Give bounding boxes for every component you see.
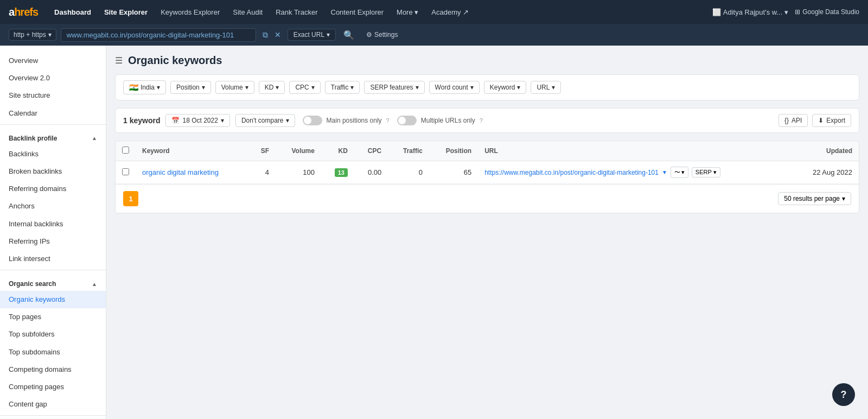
nav-content-explorer[interactable]: Content Explorer	[326, 6, 390, 18]
menu-toggle-icon[interactable]: ☰	[115, 55, 123, 66]
nav-dashboard[interactable]: Dashboard	[49, 6, 97, 18]
row-checkbox[interactable]	[122, 168, 129, 175]
row-checkbox-cell	[116, 161, 136, 184]
filter-india-chevron-icon: ▾	[157, 84, 160, 91]
row-position-cell: 65	[429, 161, 478, 184]
multiple-urls-toggle[interactable]	[397, 116, 417, 125]
sidebar-item-site-structure[interactable]: Site structure	[0, 87, 106, 104]
nav-rank-tracker[interactable]: Rank Tracker	[270, 6, 323, 18]
sidebar-item-internal-backlinks[interactable]: Internal backlinks	[0, 215, 106, 233]
sidebar-item-competing-pages[interactable]: Competing pages	[0, 378, 106, 396]
col-position: Position	[429, 141, 478, 161]
date-chevron-icon: ▾	[221, 117, 224, 124]
url-search-button[interactable]: 🔍	[340, 29, 358, 41]
sidebar-item-overview[interactable]: Overview	[0, 52, 106, 69]
url-type-label: Exact URL	[293, 31, 324, 39]
sidebar-item-organic-keywords[interactable]: Organic keywords	[0, 291, 106, 308]
filter-cpc[interactable]: CPC ▾	[289, 81, 320, 94]
nav-more[interactable]: More ▾	[391, 6, 424, 18]
sidebar-item-calendar[interactable]: Calendar	[0, 105, 106, 122]
kd-badge: 13	[335, 168, 348, 177]
sidebar-item-top-subdomains[interactable]: Top subdomains	[0, 344, 106, 361]
table-header-row: Keyword SF Volume KD CPC Traffic Positio…	[116, 141, 859, 161]
gds-link[interactable]: ⊞ Google Data Studio	[795, 8, 859, 16]
col-updated: Updated	[792, 141, 859, 161]
filter-volume-chevron-icon: ▾	[245, 84, 248, 91]
sidebar-item-content-gap[interactable]: Content gap	[0, 396, 106, 413]
api-label: API	[792, 117, 802, 124]
filter-volume[interactable]: Volume ▾	[215, 81, 254, 94]
per-page-label: 50 results per page	[784, 195, 840, 202]
backlink-profile-section[interactable]: Backlink profile ▲	[0, 127, 106, 145]
nav-site-explorer[interactable]: Site Explorer	[99, 6, 153, 18]
filter-bar: 🇮🇳 India ▾ Position ▾ Volume ▾ KD ▾ CPC …	[115, 74, 859, 100]
url-text: www.megabit.co.in/post/organic-digital-m…	[67, 31, 234, 39]
settings-gear-icon: ⚙	[366, 31, 372, 39]
filter-serp-features[interactable]: SERP features ▾	[364, 81, 424, 94]
settings-button[interactable]: ⚙ Settings	[366, 31, 398, 39]
filter-serp-features-label: SERP features	[370, 84, 413, 91]
filter-india[interactable]: 🇮🇳 India ▾	[123, 80, 166, 94]
export-button[interactable]: ⬇ Export	[812, 114, 851, 127]
api-button[interactable]: {} API	[778, 114, 808, 127]
current-page[interactable]: 1	[123, 191, 138, 206]
nav-keywords-explorer[interactable]: Keywords Explorer	[155, 6, 225, 18]
filter-keyword[interactable]: Keyword ▾	[484, 81, 527, 94]
sidebar-item-referring-ips[interactable]: Referring IPs	[0, 233, 106, 250]
url-type-selector[interactable]: Exact URL ▾	[288, 29, 336, 41]
compare-selector[interactable]: Don't compare ▾	[235, 114, 295, 127]
row-volume-cell: 100	[276, 161, 321, 184]
logo[interactable]: ahrefs	[9, 6, 38, 18]
col-keyword: Keyword	[136, 141, 248, 161]
sidebar-item-broken-backlinks[interactable]: Broken backlinks	[0, 163, 106, 180]
logo-text: a	[9, 6, 14, 18]
help-fab[interactable]: ?	[832, 383, 855, 406]
protocol-selector[interactable]: http + https ▾	[9, 29, 56, 41]
export-label: Export	[826, 117, 845, 124]
date-label: 18 Oct 2022	[182, 117, 218, 124]
pagination-row: 1 50 results per page ▾	[116, 184, 859, 213]
sidebar-item-anchors[interactable]: Anchors	[0, 198, 106, 215]
backlink-profile-chevron-icon: ▲	[92, 135, 97, 141]
serp-button[interactable]: SERP ▾	[692, 167, 720, 177]
filter-word-count[interactable]: Word count ▾	[429, 81, 480, 94]
main-positions-help-icon[interactable]: ?	[386, 117, 390, 124]
filter-traffic[interactable]: Traffic ▾	[325, 81, 360, 94]
nav-academy[interactable]: Academy ↗	[426, 6, 474, 18]
top-nav: ahrefs Dashboard Site Explorer Keywords …	[0, 0, 868, 24]
sidebar-item-referring-domains[interactable]: Referring domains	[0, 180, 106, 198]
keyword-link[interactable]: organic digital marketing	[142, 168, 219, 176]
sidebar-item-overview2[interactable]: Overview 2.0	[0, 69, 106, 87]
multiple-urls-help-icon[interactable]: ?	[480, 117, 483, 124]
nav-site-audit[interactable]: Site Audit	[227, 6, 268, 18]
sidebar-item-competing-domains[interactable]: Competing domains	[0, 361, 106, 378]
sidebar-item-backlinks[interactable]: Backlinks	[0, 145, 106, 163]
filter-url[interactable]: URL ▾	[531, 81, 561, 94]
trend-icon: 〜	[674, 168, 680, 176]
url-expand-icon[interactable]: ▼	[662, 169, 667, 175]
col-checkbox	[116, 141, 136, 161]
filter-kd[interactable]: KD ▾	[259, 81, 285, 94]
select-all-checkbox[interactable]	[122, 147, 129, 154]
main-content: ☰ Organic keywords 🇮🇳 India ▾ Position ▾…	[106, 46, 868, 419]
sidebar-item-top-subfolders[interactable]: Top subfolders	[0, 326, 106, 343]
filter-volume-label: Volume	[221, 84, 243, 91]
date-picker[interactable]: 📅 18 Oct 2022 ▾	[165, 114, 229, 127]
col-kd: KD	[321, 141, 354, 161]
filter-cpc-label: CPC	[295, 84, 309, 91]
clear-url-button[interactable]: ✕	[272, 29, 283, 41]
organic-search-chevron-icon: ▲	[92, 281, 97, 287]
trend-button[interactable]: 〜 ▾	[671, 167, 688, 178]
organic-search-section[interactable]: Organic search ▲	[0, 272, 106, 291]
per-page-selector[interactable]: 50 results per page ▾	[778, 192, 851, 205]
user-menu[interactable]: ⬜ Aditya Rajput's w... ▾	[712, 8, 788, 16]
open-url-button[interactable]: ⧉	[260, 29, 270, 41]
main-positions-toggle[interactable]	[303, 116, 322, 125]
filter-word-count-chevron-icon: ▾	[470, 84, 474, 91]
logo-accent: hrefs	[14, 6, 38, 18]
results-toolbar: 1 keyword 📅 18 Oct 2022 ▾ Don't compare …	[115, 108, 859, 133]
sidebar-item-top-pages[interactable]: Top pages	[0, 308, 106, 326]
sidebar-item-link-intersect[interactable]: Link intersect	[0, 250, 106, 268]
result-url-link[interactable]: https://www.megabit.co.in/post/organic-d…	[484, 169, 659, 176]
filter-position[interactable]: Position ▾	[170, 81, 211, 94]
